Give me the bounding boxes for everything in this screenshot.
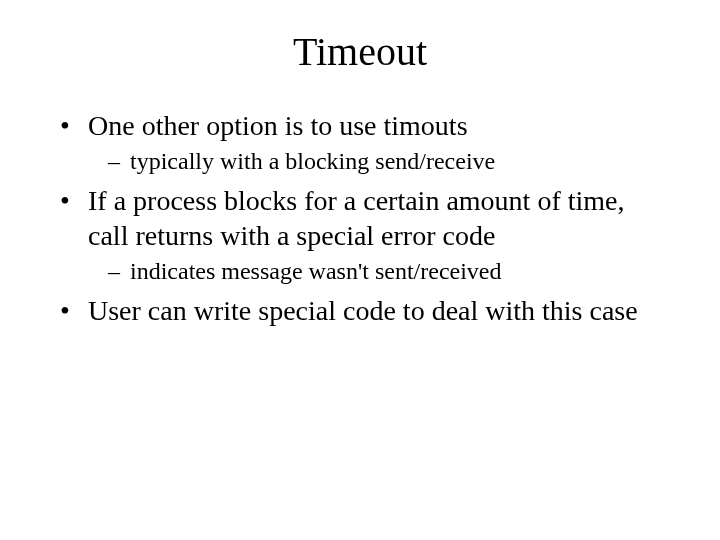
list-item: One other option is to use timouts typic… xyxy=(60,109,660,176)
bullet-list: One other option is to use timouts typic… xyxy=(60,109,660,328)
sub-bullet-list: indicates message wasn't sent/received xyxy=(108,257,660,286)
bullet-text: If a process blocks for a certain amount… xyxy=(88,185,624,250)
slide-title: Timeout xyxy=(60,28,660,75)
list-item: typically with a blocking send/receive xyxy=(108,147,660,176)
list-item: User can write special code to deal with… xyxy=(60,294,660,328)
sub-bullet-list: typically with a blocking send/receive xyxy=(108,147,660,176)
sub-bullet-text: typically with a blocking send/receive xyxy=(130,148,495,174)
sub-bullet-text: indicates message wasn't sent/received xyxy=(130,258,502,284)
list-item: indicates message wasn't sent/received xyxy=(108,257,660,286)
bullet-text: User can write special code to deal with… xyxy=(88,295,638,326)
bullet-text: One other option is to use timouts xyxy=(88,110,468,141)
list-item: If a process blocks for a certain amount… xyxy=(60,184,660,286)
